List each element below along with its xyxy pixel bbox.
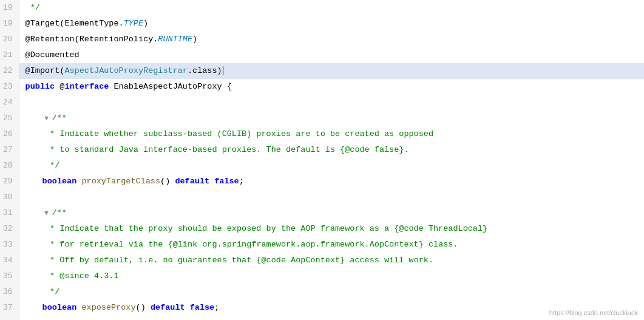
code-token: * Indicate that the proxy should be expo… [25,224,399,233]
code-token: @code false}. [345,145,408,154]
line-content: * @since 4.3.1 [19,268,644,284]
line-number: 36 [0,284,19,300]
code-token: false [214,177,239,186]
line-number: 23 [0,79,19,95]
code-token: ) [143,19,148,28]
code-line: 30 [0,189,644,205]
code-token: public [25,82,55,91]
line-content: */ [19,0,644,16]
code-token: interface [64,82,109,91]
code-token [209,177,214,186]
code-token: @code ThreadLocal} [399,224,487,233]
code-line: 25 ▼/** [0,111,644,126]
line-content: @Retention(RetentionPolicy.RUNTIME) [19,32,644,47]
code-token: ; [239,177,244,186]
code-token: * @since 4.3.1 [25,271,119,281]
code-line: 31 ▼/** [0,205,644,221]
code-line: 34 * Off by default, i.e. no guarantees … [0,253,644,268]
code-token: .class) [188,66,222,75]
code-editor: 19 */ 19 @Target(ElementType.TYPE) 20 @R… [0,0,644,320]
line-content: @Target(ElementType.TYPE) [19,16,644,32]
code-line: 28 */ [0,158,644,174]
code-token: * for retrieval via the { [25,240,173,249]
line-content [19,316,644,320]
code-area[interactable]: 19 */ 19 @Target(ElementType.TYPE) 20 @R… [0,0,644,320]
code-token: proxyTargetClass [81,177,160,186]
code-token: * Indicate whether subclass-based (CGLIB… [25,129,433,138]
code-line: 19 */ [0,0,644,16]
line-content: ▼/** [19,111,644,126]
code-line: 33 * for retrieval via the {@link org.sp… [0,237,644,253]
code-token: exposeProxy [81,303,135,312]
code-token: AspectJAutoProxyRegistrar [64,66,188,75]
line-content: * Off by default, i.e. no guarantees tha… [19,253,644,268]
line-number: 26 [0,126,19,142]
code-token: @Documented [25,50,80,60]
line-number: 29 [0,174,19,189]
code-line: 38 [0,316,644,320]
code-line: 21 @Documented [0,47,644,63]
code-token: () [160,177,175,186]
code-token: @Target(ElementType. [25,19,124,28]
code-line: 29 boolean proxyTargetClass() default fa… [0,174,644,189]
watermark: https://blog.csdn.net/cluckiuck [549,309,638,316]
line-content: */ [19,158,644,174]
line-number: 19 [0,16,19,32]
code-token: */ [25,161,60,170]
line-number: 32 [0,221,19,237]
code-line: 35 * @since 4.3.1 [0,268,644,284]
code-token [185,303,190,312]
line-number: 24 [0,95,19,111]
line-number: 31 [0,205,19,221]
fold-icon[interactable]: ▼ [42,209,51,217]
line-number: 33 [0,237,19,253]
line-content: * Indicate whether subclass-based (CGLIB… [19,126,644,142]
code-line: 20 @Retention(RetentionPolicy.RUNTIME) [0,32,644,47]
line-content: ▼/** [19,205,644,221]
code-token: ; [214,303,219,312]
comment-token: */ [25,3,40,12]
code-line: 37 boolean exposeProxy() default false; [0,300,644,316]
code-token: boolean [42,303,77,312]
code-line: 32 * Indicate that the proxy should be e… [0,221,644,237]
line-number: 37 [0,300,19,316]
line-content: boolean proxyTargetClass() default false… [19,174,644,189]
line-number: 20 [0,32,19,47]
line-number: 25 [0,111,19,126]
code-token: */ [25,287,60,296]
code-line-highlighted: 22 @Import(AspectJAutoProxyRegistrar.cla… [0,63,644,79]
code-token: @Retention(RetentionPolicy. [25,35,158,44]
line-content: */ [19,284,644,300]
line-number: 22 [0,63,19,79]
code-token: default [151,303,185,312]
line-number: 34 [0,253,19,268]
fold-icon[interactable]: ▼ [42,114,51,123]
code-token: @code AopContext} access will work. [261,256,433,265]
line-number: 28 [0,158,19,174]
code-token: () [136,303,151,312]
code-token: ) [192,35,197,44]
code-token: @Import( [25,66,65,75]
code-line: 26 * Indicate whether subclass-based (CG… [0,126,644,142]
code-token: /** [52,114,67,123]
code-token: boolean [42,177,77,186]
code-line: 27 * to standard Java interface-based pr… [0,142,644,158]
code-token: /** [52,208,67,217]
code-token: EnableAspectJAutoProxy { [109,82,232,91]
line-content [19,95,644,111]
line-content: @Import(AspectJAutoProxyRegistrar.class) [19,63,644,79]
line-content: * to standard Java interface-based proxi… [19,142,644,158]
line-content: @Documented [19,47,644,63]
code-token: * Off by default, i.e. no guarantees tha… [25,256,262,265]
code-token: RUNTIME [158,35,192,44]
code-line: 23 public @interface EnableAspectJAutoPr… [0,79,644,95]
code-token: false [190,303,215,312]
code-token: @link org.springframework.aop.framework.… [173,240,458,249]
line-number: 35 [0,268,19,284]
line-content: public @interface EnableAspectJAutoProxy… [19,79,644,95]
line-content: * Indicate that the proxy should be expo… [19,221,644,237]
code-token: TYPE [124,19,143,28]
line-number: 38 [0,316,19,320]
line-content [19,189,644,205]
code-line: 24 [0,95,644,111]
